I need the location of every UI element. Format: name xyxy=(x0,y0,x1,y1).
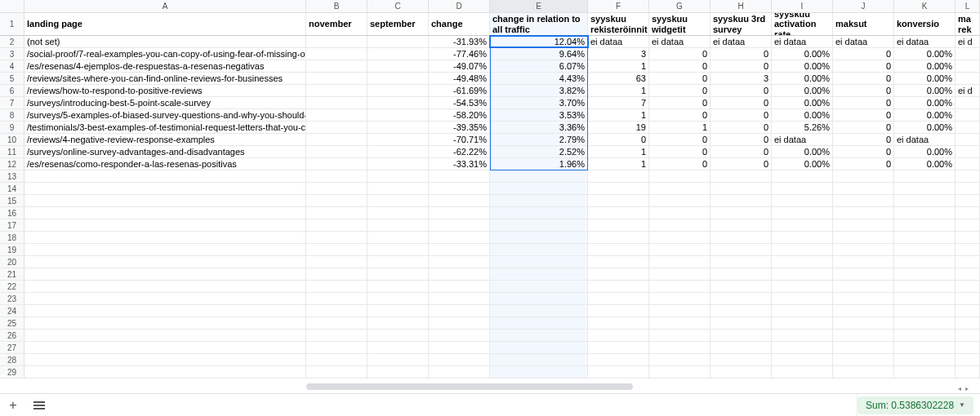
cell-A9[interactable]: /testimonials/3-best-examples-of-testimo… xyxy=(24,122,306,133)
cell-K17[interactable] xyxy=(894,219,956,231)
cell-E19[interactable] xyxy=(490,244,588,255)
cell-F23[interactable] xyxy=(588,293,649,304)
cell-G29[interactable] xyxy=(649,366,710,378)
cell-A11[interactable]: /surveys/online-survey-advantages-and-di… xyxy=(24,146,306,157)
cell-D17[interactable] xyxy=(429,219,490,231)
cell-J11[interactable]: 0 xyxy=(833,146,894,157)
cell-I16[interactable] xyxy=(772,207,833,219)
cell-J3[interactable]: 0 xyxy=(833,48,894,60)
cell-A25[interactable] xyxy=(24,317,306,329)
cell-K7[interactable]: 0.00% xyxy=(894,97,956,108)
cell-F22[interactable] xyxy=(588,281,649,292)
cell-I17[interactable] xyxy=(772,219,833,231)
scroll-right-icon[interactable]: ▸ xyxy=(965,385,972,392)
cell-L10[interactable] xyxy=(956,134,980,145)
cell-E23[interactable] xyxy=(490,293,588,304)
cell-F14[interactable] xyxy=(588,183,649,194)
cell-C6[interactable] xyxy=(368,85,429,96)
row-header-18[interactable]: 18 xyxy=(0,232,24,243)
cell-H11[interactable]: 0 xyxy=(710,146,772,157)
cell-J2[interactable]: ei dataa xyxy=(833,36,894,47)
cell-L3[interactable] xyxy=(956,48,980,60)
cell-H5[interactable]: 3 xyxy=(710,73,772,84)
cell-A24[interactable] xyxy=(24,305,306,316)
cell-E25[interactable] xyxy=(490,317,588,329)
cell-L17[interactable] xyxy=(956,219,980,231)
cell-K12[interactable]: 0.00% xyxy=(894,158,956,170)
cell-J7[interactable]: 0 xyxy=(833,97,894,108)
cell-C18[interactable] xyxy=(368,232,429,243)
cell-L4[interactable] xyxy=(956,60,980,72)
cell-E2[interactable]: 12.04% xyxy=(490,36,588,47)
cell-C15[interactable] xyxy=(368,195,429,206)
cell-E10[interactable]: 2.79% xyxy=(490,134,588,145)
cell-G19[interactable] xyxy=(649,244,710,255)
cell-L29[interactable] xyxy=(956,366,980,378)
cell-E29[interactable] xyxy=(490,366,588,378)
cell-K13[interactable] xyxy=(894,170,956,182)
cell-E28[interactable] xyxy=(490,354,588,365)
row-header-17[interactable]: 17 xyxy=(0,219,24,231)
cell-C10[interactable] xyxy=(368,134,429,145)
cell-I5[interactable]: 0.00% xyxy=(772,73,833,84)
row-header-27[interactable]: 27 xyxy=(0,342,24,353)
cell-C16[interactable] xyxy=(368,207,429,219)
cell-B18[interactable] xyxy=(306,232,368,243)
cell-A29[interactable] xyxy=(24,366,306,378)
row-header-21[interactable]: 21 xyxy=(0,268,24,280)
horizontal-scroll-thumb[interactable] xyxy=(306,383,633,390)
cell-C23[interactable] xyxy=(368,293,429,304)
cell-H25[interactable] xyxy=(710,317,772,329)
cell-G13[interactable] xyxy=(649,170,710,182)
cell-C4[interactable] xyxy=(368,60,429,72)
cell-C1[interactable]: september xyxy=(368,13,429,35)
col-header-B[interactable]: B xyxy=(306,0,368,12)
cell-B5[interactable] xyxy=(306,73,368,84)
cell-C28[interactable] xyxy=(368,354,429,365)
cell-C26[interactable] xyxy=(368,330,429,341)
cell-I25[interactable] xyxy=(772,317,833,329)
row-header-15[interactable]: 15 xyxy=(0,195,24,206)
cell-J27[interactable] xyxy=(833,342,894,353)
row-header-24[interactable]: 24 xyxy=(0,305,24,316)
cell-D12[interactable]: -33.31% xyxy=(429,158,490,170)
cell-H8[interactable]: 0 xyxy=(710,109,772,121)
cell-L11[interactable] xyxy=(956,146,980,157)
cell-B26[interactable] xyxy=(306,330,368,341)
grid-body[interactable]: 1 landing page november september change… xyxy=(0,13,980,378)
row-header-20[interactable]: 20 xyxy=(0,256,24,268)
cell-I12[interactable]: 0.00% xyxy=(772,158,833,170)
cell-D21[interactable] xyxy=(429,268,490,280)
row-header-1[interactable]: 1 xyxy=(0,13,24,35)
cell-E18[interactable] xyxy=(490,232,588,243)
cell-D14[interactable] xyxy=(429,183,490,194)
cell-D10[interactable]: -70.71% xyxy=(429,134,490,145)
cell-L27[interactable] xyxy=(956,342,980,353)
cell-B17[interactable] xyxy=(306,219,368,231)
cell-L6[interactable]: ei d xyxy=(956,85,980,96)
cell-J26[interactable] xyxy=(833,330,894,341)
cell-C22[interactable] xyxy=(368,281,429,292)
cell-L13[interactable] xyxy=(956,170,980,182)
row-header-14[interactable]: 14 xyxy=(0,183,24,194)
cell-L18[interactable] xyxy=(956,232,980,243)
cell-K10[interactable]: ei dataa xyxy=(894,134,956,145)
cell-H29[interactable] xyxy=(710,366,772,378)
cell-F15[interactable] xyxy=(588,195,649,206)
cell-I13[interactable] xyxy=(772,170,833,182)
cell-K14[interactable] xyxy=(894,183,956,194)
cell-L21[interactable] xyxy=(956,268,980,280)
cell-K1[interactable]: konversio xyxy=(894,13,956,35)
row-header-19[interactable]: 19 xyxy=(0,244,24,255)
cell-H14[interactable] xyxy=(710,183,772,194)
cell-B14[interactable] xyxy=(306,183,368,194)
cell-G16[interactable] xyxy=(649,207,710,219)
cell-B19[interactable] xyxy=(306,244,368,255)
cell-J28[interactable] xyxy=(833,354,894,365)
cell-D22[interactable] xyxy=(429,281,490,292)
cell-A14[interactable] xyxy=(24,183,306,194)
cell-H9[interactable]: 0 xyxy=(710,122,772,133)
cell-F16[interactable] xyxy=(588,207,649,219)
cell-L15[interactable] xyxy=(956,195,980,206)
cell-H23[interactable] xyxy=(710,293,772,304)
